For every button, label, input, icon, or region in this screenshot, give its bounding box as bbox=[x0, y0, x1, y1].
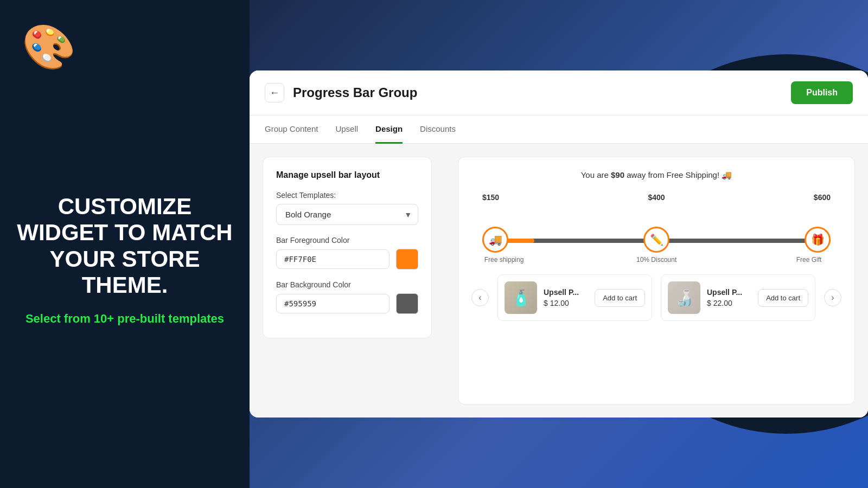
background-color-label: Bar Background Color bbox=[276, 280, 418, 289]
milestone-3-desc: Free Gift bbox=[787, 256, 831, 264]
palette-icon: 🎨 bbox=[22, 22, 87, 87]
controls-card-title: Manage upsell bar layout bbox=[276, 170, 418, 180]
milestone-1-desc: Free shipping bbox=[482, 256, 526, 264]
upsell-item-2: 🍶 Upsell P... $ 22.00 Add to cart bbox=[661, 274, 815, 321]
milestone-2-icon: ✏️ bbox=[643, 227, 669, 253]
template-group: Select Templates: Bold Orange Classic Bl… bbox=[276, 191, 418, 225]
upsell-row: ‹ 🧴 Upsell P... $ 12.00 Add to cart bbox=[471, 274, 841, 321]
upsell-name-2: Upsell P... bbox=[707, 288, 751, 297]
upsell-items: 🧴 Upsell P... $ 12.00 Add to cart 🍶 bbox=[497, 274, 815, 321]
milestone-2-amount: $400 bbox=[648, 193, 665, 202]
progress-track-wrapper: 🚚 ✏️ 🎁 bbox=[471, 239, 841, 243]
foreground-color-label: Bar Foreground Color bbox=[276, 236, 418, 245]
milestone-desc-row: Free shipping 10% Discount Free Gift bbox=[471, 252, 841, 264]
upsell-name-1: Upsell P... bbox=[544, 288, 588, 297]
foreground-color-group: Bar Foreground Color bbox=[276, 236, 418, 269]
background-color-group: Bar Background Color bbox=[276, 280, 418, 314]
template-label: Select Templates: bbox=[276, 191, 418, 200]
back-icon: ← bbox=[270, 87, 279, 99]
milestone-3-amount: $600 bbox=[814, 193, 831, 202]
milestone-labels: $150 $400 $600 bbox=[471, 193, 841, 223]
controls-card: Manage upsell bar layout Select Template… bbox=[263, 157, 432, 338]
foreground-color-row bbox=[276, 249, 418, 269]
upsell-item-1: 🧴 Upsell P... $ 12.00 Add to cart bbox=[497, 274, 652, 321]
panel-header: ← Progress Bar Group Publish bbox=[250, 70, 868, 115]
milestone-1-label-group: $150 bbox=[482, 193, 499, 223]
headline: CUSTOMIZE WIDGET TO MATCH YOUR STORE THE… bbox=[0, 194, 250, 298]
milestone-1: 🚚 bbox=[482, 227, 508, 253]
subheadline: Select from 10+ pre-built templates bbox=[15, 311, 235, 327]
page-title: Progress Bar Group bbox=[293, 85, 782, 100]
carousel-prev-button[interactable]: ‹ bbox=[471, 289, 489, 306]
product-thumbnail-1: 🧴 bbox=[505, 281, 537, 314]
main-panel: ← Progress Bar Group Publish Group Conte… bbox=[250, 70, 868, 418]
template-select[interactable]: Bold Orange Classic Blue Dark Mode Minim… bbox=[276, 204, 418, 225]
left-panel: 🎨 CUSTOMIZE WIDGET TO MATCH YOUR STORE T… bbox=[0, 0, 250, 488]
tabs-bar: Group Content Upsell Design Discounts bbox=[250, 115, 868, 144]
publish-button[interactable]: Publish bbox=[791, 81, 853, 104]
upsell-info-2: Upsell P... $ 22.00 bbox=[707, 288, 751, 307]
milestone-3: 🎁 bbox=[805, 227, 831, 253]
upsell-info-1: Upsell P... $ 12.00 bbox=[544, 288, 588, 307]
message-suffix: away from Free Shipping! 🚚 bbox=[624, 170, 732, 179]
tab-discounts[interactable]: Discounts bbox=[420, 115, 456, 144]
preview-column: You are $90 away from Free Shipping! 🚚 $… bbox=[445, 144, 868, 418]
background-color-row bbox=[276, 293, 418, 314]
milestone-2-label-group: $400 bbox=[648, 193, 665, 223]
back-button[interactable]: ← bbox=[265, 83, 284, 102]
template-select-wrapper: Bold Orange Classic Blue Dark Mode Minim… bbox=[276, 204, 418, 225]
content-area: Manage upsell bar layout Select Template… bbox=[250, 144, 868, 418]
preview-card: You are $90 away from Free Shipping! 🚚 $… bbox=[458, 157, 855, 404]
milestone-3-icon: 🎁 bbox=[805, 227, 831, 253]
tab-group-content[interactable]: Group Content bbox=[265, 115, 318, 144]
progress-message: You are $90 away from Free Shipping! 🚚 bbox=[471, 170, 841, 180]
tab-design[interactable]: Design bbox=[375, 115, 403, 144]
background-color-swatch[interactable] bbox=[396, 293, 418, 314]
product-thumbnail-2: 🍶 bbox=[668, 281, 700, 314]
upsell-price-1: $ 12.00 bbox=[544, 299, 588, 307]
milestone-2-desc: 10% Discount bbox=[635, 256, 678, 264]
tab-upsell[interactable]: Upsell bbox=[335, 115, 358, 144]
message-amount: $90 bbox=[611, 170, 624, 179]
upsell-img-1: 🧴 bbox=[505, 281, 537, 314]
add-to-cart-button-2[interactable]: Add to cart bbox=[758, 289, 808, 307]
foreground-color-input[interactable] bbox=[276, 249, 390, 269]
message-prefix: You are bbox=[581, 170, 611, 179]
background-color-input[interactable] bbox=[276, 294, 390, 313]
upsell-img-2: 🍶 bbox=[668, 281, 700, 314]
milestone-1-amount: $150 bbox=[482, 193, 499, 202]
carousel-next-button[interactable]: › bbox=[824, 289, 841, 306]
controls-column: Manage upsell bar layout Select Template… bbox=[250, 144, 445, 418]
milestone-1-icon: 🚚 bbox=[482, 227, 508, 253]
milestone-3-label-group: $600 bbox=[814, 193, 831, 223]
foreground-color-swatch[interactable] bbox=[396, 249, 418, 269]
add-to-cart-button-1[interactable]: Add to cart bbox=[595, 289, 645, 307]
milestone-2: ✏️ bbox=[643, 227, 669, 253]
upsell-price-2: $ 22.00 bbox=[707, 299, 751, 307]
